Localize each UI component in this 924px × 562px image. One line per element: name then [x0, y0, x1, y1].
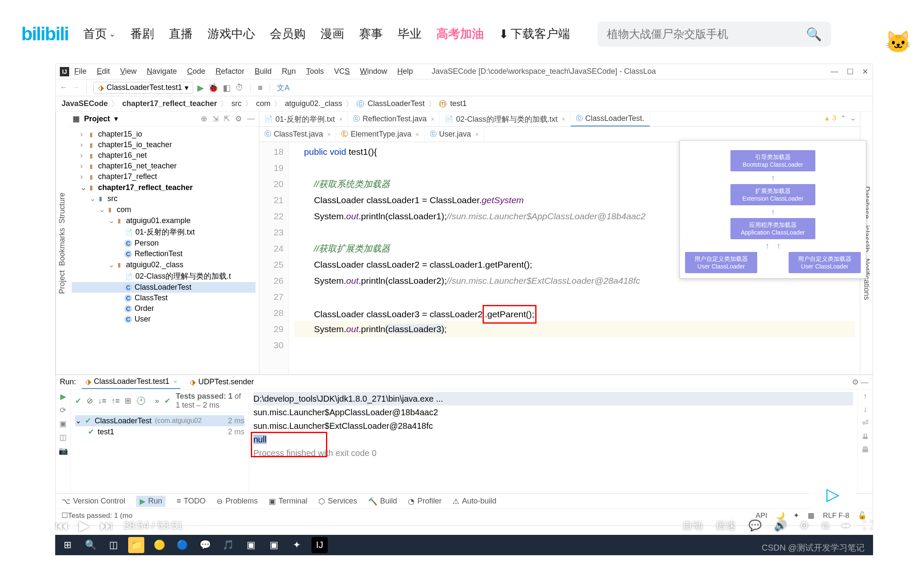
app3-icon[interactable]: ✦ [289, 537, 305, 553]
up-icon[interactable]: ↑ [863, 392, 867, 401]
coverage-icon[interactable]: ◧ [223, 83, 231, 93]
close-icon[interactable]: ✕ [862, 67, 868, 76]
wand-icon[interactable]: ✦ [793, 511, 799, 520]
camera-icon[interactable]: 📷 [59, 446, 68, 456]
tab-file3[interactable]: 📄02-Class的理解与类的加载.txt× [440, 112, 570, 127]
menu-refactor[interactable]: Refactor [216, 67, 244, 76]
target-icon[interactable]: ⊕ [201, 114, 207, 123]
test-root[interactable]: ⌄✔ ClassLoaderTest (com.atguigu02 2 ms [75, 415, 244, 426]
run-tab-1[interactable]: ⬗ClassLoaderTest.test1× [82, 375, 180, 389]
tab-file1[interactable]: 📄01-反射的举例.txt× [259, 112, 348, 127]
tab-file4-active[interactable]: ⓒClassLoaderTest. [571, 112, 650, 126]
layout-icon[interactable]: ◫ [59, 433, 67, 442]
bc-src[interactable]: src [231, 99, 242, 108]
run-icon[interactable]: ▶ [197, 83, 204, 93]
floating-play-button[interactable]: ▷ [809, 477, 856, 511]
ij-taskbar-icon[interactable]: IJ [312, 537, 328, 553]
tab-file2[interactable]: ⓒReflectionTest.java× [348, 112, 440, 126]
menu-edit[interactable]: Edit [97, 67, 110, 76]
stop-icon[interactable]: ⟳ [60, 405, 66, 415]
wrap-icon[interactable]: ⏎ [862, 418, 868, 428]
project-tree[interactable]: ›▮chapter15_io ›▮chapter15_io_teacher ›▮… [68, 126, 259, 375]
bt-todo[interactable]: ≡TODO [177, 497, 205, 506]
tab-file6[interactable]: ⒺElementType.java× [336, 127, 424, 141]
explorer-icon[interactable]: 📁 [128, 537, 144, 553]
project-tool-tab[interactable]: Project Bookmarks Structure [56, 112, 68, 375]
app2-icon[interactable]: ▣ [266, 537, 282, 553]
forward-icon[interactable]: → [72, 83, 79, 92]
menu-file[interactable]: File [74, 67, 87, 76]
run-tab-2[interactable]: ⬗UDPTest.sender [186, 376, 257, 389]
check-icon[interactable]: ✔ [75, 396, 81, 405]
maximize-icon[interactable]: ☐ [847, 67, 854, 76]
nav-download[interactable]: ⬇下载客户端 [499, 26, 570, 42]
settings-icon[interactable]: ⚙ [235, 114, 242, 123]
scroll-icon[interactable]: ⇊ [862, 432, 868, 441]
tab-file7[interactable]: ⓒUser.java× [425, 127, 484, 141]
inspection-widget[interactable]: ▲ 3⌃⌄ [824, 114, 856, 122]
bc-class[interactable]: ClassLoaderTest [368, 99, 424, 108]
start-icon[interactable]: ⊞ [59, 537, 76, 553]
search-icon[interactable]: 🔍 [82, 537, 98, 553]
menu-view[interactable]: View [120, 67, 137, 76]
bt-terminal[interactable]: ▣Terminal [269, 497, 307, 506]
bilibili-logo[interactable]: bilibili [21, 23, 68, 45]
bc-project[interactable]: JavaSECode [62, 99, 108, 108]
nav-shop[interactable]: 会员购 [270, 26, 306, 42]
debug-icon[interactable]: 🐞 [208, 83, 219, 93]
menu-tools[interactable]: Tools [306, 67, 324, 76]
close-icon[interactable]: × [339, 116, 343, 123]
test-item[interactable]: ✔test1 2 ms [75, 426, 244, 437]
run-config-selector[interactable]: ⬗ ClassLoaderTest.test1 ▾ [93, 82, 193, 94]
back-icon[interactable]: ← [60, 83, 67, 92]
menu-vcs[interactable]: VCS [334, 67, 350, 76]
menu-build[interactable]: Build [255, 67, 272, 76]
nav-game[interactable]: 游戏中心 [208, 26, 255, 42]
bc-com[interactable]: com [256, 99, 270, 108]
expand-icon[interactable]: ⇱ [224, 114, 230, 123]
nav-gaokao[interactable]: 高考加油 [436, 26, 484, 42]
nav-anime[interactable]: 番剧 [130, 26, 154, 42]
expand-icon[interactable]: ⊞ [125, 396, 131, 405]
bt-profiler[interactable]: ◔Profiler [408, 497, 441, 506]
bc-pkg[interactable]: atguigu02._class [285, 99, 342, 108]
nav-manga[interactable]: 漫画 [320, 26, 344, 42]
console-output[interactable]: D:\develop_tools\JDK\jdk1.8.0_271\bin\ja… [249, 389, 857, 493]
nav-match[interactable]: 赛事 [359, 26, 383, 42]
bc-method[interactable]: test1 [450, 99, 466, 108]
chrome-icon[interactable]: 🟡 [151, 537, 167, 553]
cancel-icon[interactable]: ⊘ [87, 396, 93, 405]
down-icon[interactable]: ↓ [863, 405, 867, 414]
grid-icon[interactable]: ▦ [808, 511, 814, 520]
sort-icon[interactable]: ↓≡ [98, 397, 107, 405]
menu-navigate[interactable]: Navigate [147, 67, 177, 76]
bt-services[interactable]: ⬡Services [318, 497, 357, 506]
bc-module[interactable]: chapter17_reflect_teacher [122, 99, 217, 108]
moon-icon[interactable]: 🌙 [776, 511, 785, 520]
nav-home[interactable]: 首页⌄ [83, 26, 115, 42]
profile-icon[interactable]: ⏱ [235, 83, 244, 92]
menu-code[interactable]: Code [187, 67, 205, 76]
pin-icon[interactable]: ▣ [59, 419, 67, 428]
edge-icon[interactable]: 🔵 [174, 537, 190, 553]
rerun-icon[interactable]: ▶ [60, 392, 66, 401]
collapse-icon[interactable]: ⇲ [212, 114, 219, 123]
nav-graduate[interactable]: 毕业 [398, 26, 421, 42]
wechat-icon[interactable]: 💬 [197, 537, 213, 553]
music-icon[interactable]: 🎵 [220, 537, 236, 553]
app1-icon[interactable]: ▣ [243, 537, 259, 553]
menu-run[interactable]: Run [282, 67, 296, 76]
menu-window[interactable]: Window [360, 67, 387, 76]
translate-icon[interactable]: 文A [277, 83, 289, 93]
search-input[interactable] [607, 28, 806, 41]
status-encoding[interactable]: RLF F-8 [823, 512, 849, 520]
hide-icon[interactable]: — [247, 114, 255, 123]
bt-problems[interactable]: ⊖Problems [216, 497, 258, 506]
bt-build[interactable]: 🔨Build [368, 497, 397, 506]
stop-icon[interactable]: ■ [258, 83, 263, 92]
tab-file5[interactable]: ⓒClassTest.java× [259, 127, 336, 141]
status-api[interactable]: API [755, 512, 767, 520]
bt-autobuild[interactable]: ⚠Auto-build [452, 497, 496, 506]
filter-icon[interactable]: ↑≡ [112, 397, 120, 405]
history-icon[interactable]: 🕐 [136, 396, 146, 405]
